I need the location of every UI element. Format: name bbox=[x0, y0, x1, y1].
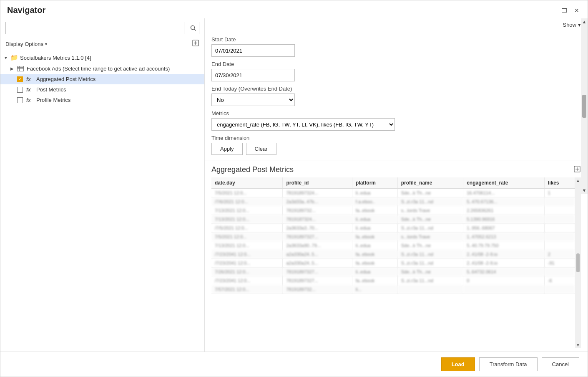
checkbox-aggregated[interactable] bbox=[17, 76, 23, 82]
table-cell: a2a330a24..5... bbox=[283, 259, 352, 268]
table-cell: /7/6/2021 12:0... bbox=[211, 197, 283, 206]
window-controls: 🗖 ✕ bbox=[560, 6, 581, 15]
table-cell: 7819187324... bbox=[283, 215, 352, 224]
tree-item-profile-metrics[interactable]: fx Profile Metrics bbox=[0, 95, 204, 105]
table-cell: fa..ebook bbox=[352, 259, 398, 268]
table-cell: 7/13/2021 12:0... bbox=[211, 241, 283, 250]
table-row: 7/13/2021 12:0...7819189732...fa..ebooks… bbox=[211, 206, 575, 215]
tree-root-item[interactable]: ▼ 📁 Socialbakers Metrics 1.1.0 [4] bbox=[0, 52, 204, 63]
metrics-select[interactable]: engagement_rate (FB, IG, TW, YT, LI, VK)… bbox=[211, 118, 395, 131]
start-date-input[interactable] bbox=[211, 44, 295, 57]
table-scroll-down-arrow[interactable]: ▼ bbox=[576, 343, 580, 347]
tree-item-aggregated[interactable]: fx Aggregated Post Metrics bbox=[0, 74, 204, 84]
table-cell: /7/5/2021 12:0... bbox=[211, 224, 283, 233]
table-cell bbox=[544, 241, 575, 250]
search-row bbox=[0, 22, 204, 38]
end-date-input[interactable] bbox=[211, 69, 295, 81]
table-cell: Sde...k Th...ne bbox=[397, 241, 463, 250]
table-row: /7/23/2041 12:0...a2a330a24..5...fa..ebo… bbox=[211, 250, 575, 259]
left-panel: Display Options ▾ ▼ 📁 Socialbak bbox=[0, 18, 205, 352]
load-button[interactable]: Load bbox=[441, 357, 475, 371]
col-header-engagement-rate: engagement_rate bbox=[463, 177, 545, 189]
table-cell: /7/23/2041 12:0... bbox=[211, 259, 283, 268]
restore-button[interactable]: 🗖 bbox=[560, 6, 568, 15]
show-button[interactable]: Show ▾ bbox=[563, 22, 581, 28]
table-cell: f.a.eboo.. bbox=[352, 197, 398, 206]
metrics-group: Metrics engagement_rate (FB, IG, TW, YT,… bbox=[211, 110, 573, 131]
table-cell bbox=[544, 224, 575, 233]
table-cell: Sde...k Th...ne bbox=[397, 189, 463, 197]
table-cell bbox=[463, 285, 545, 294]
table-cell: 7/13/2021 12:0... bbox=[211, 215, 283, 224]
right-panel: Show ▾ ▲ ▼ Start Date End Date bbox=[205, 18, 588, 352]
table-cell: li... bbox=[352, 285, 398, 294]
table-cell bbox=[544, 197, 575, 206]
table-row: /7/5/2021 12:0...2a3633a3..70...li..edua… bbox=[211, 224, 575, 233]
title-bar: Navigator 🗖 ✕ bbox=[0, 0, 588, 18]
table-cell: Sde...k Th...ne bbox=[397, 215, 463, 224]
table-cell: 0 bbox=[463, 276, 545, 285]
table-cell: 2a3633a90..79... bbox=[283, 241, 352, 250]
table-cell: s...tords Trave bbox=[397, 206, 463, 215]
scroll-thumb-top bbox=[582, 95, 586, 118]
table-cell: 78191897327... bbox=[283, 233, 352, 241]
preview-title: Aggregated Post Metrics bbox=[211, 165, 294, 174]
table-cell: Sde...k Th...ne bbox=[397, 268, 463, 276]
col-header-profile-name: profile_name bbox=[397, 177, 463, 189]
data-table: date.day profile_id platform profile_nam… bbox=[211, 177, 575, 294]
table-scroll-thumb bbox=[576, 253, 580, 272]
table-cell: S..zi.r3a 11...nd bbox=[397, 276, 463, 285]
clear-button[interactable]: Clear bbox=[246, 143, 276, 155]
table-cell: /7/23/2041 12:0... bbox=[211, 250, 283, 259]
table-cell: 78191897324... bbox=[283, 189, 352, 197]
display-options-button[interactable]: Display Options ▾ bbox=[5, 41, 47, 47]
folder-icon: 📁 bbox=[10, 54, 18, 61]
cancel-button[interactable]: Cancel bbox=[542, 357, 579, 371]
table-cell: 2a3d33a..47b... bbox=[283, 197, 352, 206]
svg-line-1 bbox=[194, 29, 196, 31]
table-cell: 5..40.79.79.750 bbox=[463, 241, 545, 250]
tree-item-post-metrics[interactable]: fx Post Metrics bbox=[0, 84, 204, 95]
table-cell: 2..41/08 -2-9.io bbox=[463, 259, 545, 268]
checkbox-profile-metrics[interactable] bbox=[17, 97, 23, 103]
scroll-up-arrow[interactable]: ▲ bbox=[582, 19, 587, 24]
table-cell: 78191897327... bbox=[283, 276, 352, 285]
table-cell: S..zi.r3a 11...nd bbox=[397, 250, 463, 259]
close-button[interactable]: ✕ bbox=[573, 6, 581, 15]
window-title: Navigator bbox=[7, 5, 45, 15]
table-cell: S..zi.r3a 11...nd bbox=[397, 197, 463, 206]
table-cell: /7/23/2041 12:0... bbox=[211, 276, 283, 285]
preview-export-icon[interactable] bbox=[573, 165, 581, 174]
table-cell: 78191897327... bbox=[283, 268, 352, 276]
scroll-down-arrow[interactable]: ▼ bbox=[582, 188, 587, 193]
table-cell: 5..470.67136... bbox=[463, 197, 545, 206]
form-area: Start Date End Date End Today (Overwrite… bbox=[205, 30, 588, 158]
table-cell bbox=[544, 233, 575, 241]
table-cell bbox=[397, 285, 463, 294]
preview-header: Aggregated Post Metrics bbox=[211, 165, 581, 174]
tree: ▼ 📁 Socialbakers Metrics 1.1.0 [4] ▶ Fac… bbox=[0, 52, 204, 348]
apply-button[interactable]: Apply bbox=[211, 143, 243, 155]
table-row: 7/57/2021 12:0...7819189732...li... bbox=[211, 285, 575, 294]
bottom-bar: Load Transform Data Cancel bbox=[0, 352, 588, 377]
table-cell: 7819189732... bbox=[283, 285, 352, 294]
table-cell bbox=[544, 215, 575, 224]
search-button[interactable] bbox=[187, 22, 199, 34]
transform-data-button[interactable]: Transform Data bbox=[479, 357, 538, 371]
table-cell: 16.4706114... bbox=[463, 189, 545, 197]
table-scroll-up-arrow[interactable]: ▲ bbox=[576, 178, 580, 183]
export-button[interactable] bbox=[192, 39, 199, 48]
checkbox-post-metrics[interactable] bbox=[17, 87, 23, 93]
table-scrollbar: ▲ ▼ bbox=[575, 177, 581, 348]
table-cell: a2a330a24..5... bbox=[283, 250, 352, 259]
end-today-group: End Today (Overwrites End Date) No Yes bbox=[211, 86, 573, 106]
right-scrollbar-top: ▲ ▼ bbox=[581, 18, 588, 194]
tree-item-facebook-ads[interactable]: ▶ Facebook Ads (Select time range to get… bbox=[0, 63, 204, 74]
end-today-select[interactable]: No Yes bbox=[211, 94, 295, 106]
search-input[interactable] bbox=[5, 22, 184, 34]
table-cell: -6 bbox=[544, 276, 575, 285]
table-cell: -91 bbox=[544, 259, 575, 268]
tree-item-profile-label: Profile Metrics bbox=[36, 97, 70, 103]
start-date-label: Start Date bbox=[211, 36, 573, 43]
display-options-row: Display Options ▾ bbox=[0, 38, 204, 52]
